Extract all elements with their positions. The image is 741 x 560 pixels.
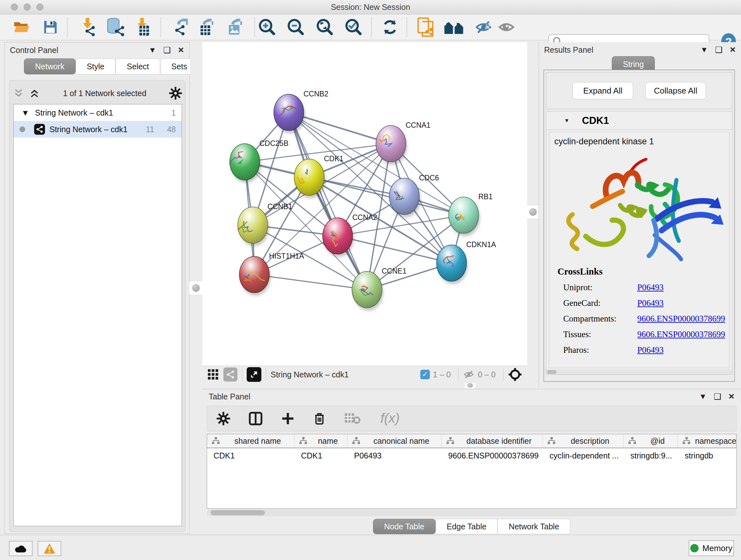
column-header-description[interactable]: description — [543, 434, 623, 448]
crosslink-link[interactable]: 9606.ENSP00000378699 — [637, 329, 725, 339]
delete-column-icon[interactable] — [313, 412, 326, 426]
birds-eye-toggle-icon[interactable] — [508, 368, 522, 381]
export-table-button[interactable] — [195, 17, 217, 38]
table-options-gear-icon[interactable] — [217, 412, 230, 425]
node-cdc6[interactable]: CDC6 — [389, 174, 439, 217]
table-panel-title: Table Panel — [209, 392, 251, 401]
cloud-button[interactable] — [9, 541, 32, 556]
tab-style[interactable]: Style — [76, 58, 116, 74]
create-column-icon[interactable] — [281, 412, 294, 425]
node-label-hist1h1a: HIST1H1A — [269, 252, 305, 260]
node-ccne1[interactable]: CCNE1 — [352, 267, 407, 311]
table-cell[interactable]: cyclin-dependent ... — [543, 448, 624, 463]
zoom-out-button[interactable] — [285, 17, 307, 38]
node-label-ccnb1: CCNB1 — [267, 202, 292, 211]
table-cell[interactable]: 9606.ENSP00000378699 — [442, 448, 543, 463]
clone-network-button[interactable] — [414, 17, 436, 38]
crosslink-label: Compartments: — [557, 314, 637, 324]
tab-node-table[interactable]: Node Table — [373, 519, 435, 534]
float-table-icon[interactable]: ▼ — [699, 393, 707, 400]
expand-all-button[interactable]: Expand All — [572, 82, 633, 99]
zoom-in-button[interactable] — [256, 17, 278, 38]
grid-view-icon[interactable] — [207, 369, 219, 380]
node-ccnb1[interactable]: CCNB1 — [238, 202, 292, 246]
close-table-icon[interactable]: ✕ — [728, 393, 735, 400]
tab-select[interactable]: Select — [116, 58, 160, 74]
float-results-icon[interactable]: ▼ — [700, 46, 708, 54]
table-cell[interactable]: stringdb:9... — [624, 448, 678, 463]
open-session-button[interactable] — [10, 17, 33, 38]
column-header-name[interactable]: name — [294, 434, 347, 448]
collection-expander-icon[interactable]: ▼ — [21, 108, 29, 118]
table-cell[interactable]: CDK1 — [294, 448, 347, 463]
table-cell[interactable]: stringdb — [678, 448, 736, 463]
column-type-icon — [682, 437, 690, 445]
export-network-button[interactable] — [169, 17, 192, 38]
show-all-button[interactable] — [495, 17, 518, 38]
memory-button[interactable]: Memory — [689, 540, 734, 556]
crosslink-link[interactable]: 9606.ENSP00000378699 — [637, 314, 725, 324]
close-panel-icon[interactable]: ✕ — [178, 46, 184, 54]
right-splitter-grip[interactable] — [526, 205, 540, 219]
left-splitter-grip[interactable] — [189, 281, 203, 295]
crosslink-row: Uniprot:P06493 — [557, 283, 730, 293]
apply-layout-button[interactable] — [379, 17, 401, 38]
title-bar: Session: New Session — [0, 0, 741, 14]
tab-edge-table[interactable]: Edge Table — [435, 519, 498, 534]
warnings-button[interactable] — [38, 541, 61, 556]
tab-network-table[interactable]: Network Table — [497, 519, 570, 534]
save-session-button[interactable] — [39, 17, 62, 38]
maximize-table-icon[interactable]: ❑ — [714, 392, 721, 401]
first-neighbors-button[interactable] — [443, 17, 465, 38]
node-ccna1[interactable]: CCNA1 — [376, 121, 430, 165]
control-panel-tabs: Network Style Select Sets — [24, 58, 199, 74]
collection-count: 1 — [172, 108, 176, 118]
node-cdkn1a[interactable]: CDKN1A — [436, 240, 496, 284]
table-row[interactable]: CDK1CDK1P064939606.ENSP00000378699cyclin… — [207, 448, 736, 463]
tab-network[interactable]: Network — [24, 58, 76, 74]
expand-all-icon[interactable] — [29, 88, 40, 99]
protein-expander-icon[interactable]: ▼ — [564, 118, 569, 124]
protein-description: cyclin-dependent kinase 1 — [554, 137, 654, 146]
show-columns-icon[interactable] — [249, 412, 263, 426]
collapse-all-button[interactable]: Collapse All — [645, 82, 706, 99]
maximize-panel-icon[interactable]: ❑ — [163, 46, 171, 54]
import-network-file-button[interactable] — [76, 17, 98, 38]
detach-view-icon[interactable] — [247, 367, 261, 382]
export-image-button[interactable] — [223, 17, 246, 38]
network-options-gear-icon[interactable] — [169, 87, 182, 100]
import-table-file-button[interactable] — [131, 17, 153, 38]
column-header-shared-name[interactable]: shared name — [207, 434, 294, 448]
crosslink-link[interactable]: P06493 — [637, 345, 664, 355]
table-cell[interactable]: CDK1 — [207, 448, 294, 463]
network-view-icon[interactable] — [223, 368, 238, 381]
zoom-fit-button[interactable] — [314, 17, 336, 38]
network-row[interactable]: String Network – cdk1 11 48 — [14, 121, 182, 138]
node-rb1[interactable]: RB1 — [449, 192, 493, 236]
column-header-namespace[interactable]: namespace — [678, 434, 736, 448]
selected-nodes-checkbox[interactable]: ✓ — [420, 370, 430, 379]
cytoscape-window: Session: New Session — [0, 0, 741, 560]
column-header-database-identifier[interactable]: database identifier — [442, 434, 543, 448]
crosslink-link[interactable]: P06493 — [637, 298, 664, 308]
zoom-selected-button[interactable] — [342, 17, 365, 38]
node-ccna2[interactable]: CCNA2 — [323, 213, 377, 257]
crosslink-link[interactable]: P06493 — [637, 283, 664, 293]
edge-CCNB2-CCNE1 — [289, 112, 367, 290]
node-ccnb2[interactable]: CCNB2 — [274, 90, 328, 133]
hide-selected-button[interactable] — [472, 17, 495, 38]
function-builder-icon: f(x) — [380, 411, 405, 426]
maximize-results-icon[interactable]: ❑ — [715, 46, 723, 54]
results-horizontal-scrollbar[interactable] — [546, 369, 732, 374]
network-view-canvas[interactable]: CCNB2CCNA1CDC25BCDK1CDC6RB1CCNB1CCNA2CDK… — [202, 42, 527, 366]
collapse-all-icon[interactable] — [13, 88, 24, 99]
float-panel-icon[interactable]: ▼ — [149, 46, 156, 54]
column-header-canonical-name[interactable]: canonical name — [347, 434, 442, 448]
close-results-icon[interactable]: ✕ — [730, 46, 736, 54]
network-collection-row[interactable]: ▼ String Network – cdk1 1 — [14, 105, 182, 121]
node-hist1h1a[interactable]: HIST1H1A — [239, 252, 305, 296]
import-network-database-button[interactable] — [105, 17, 127, 38]
table-cell[interactable]: P06493 — [348, 448, 442, 463]
table-horizontal-scrollbar[interactable] — [207, 509, 737, 516]
column-header--id[interactable]: @id — [623, 434, 678, 448]
